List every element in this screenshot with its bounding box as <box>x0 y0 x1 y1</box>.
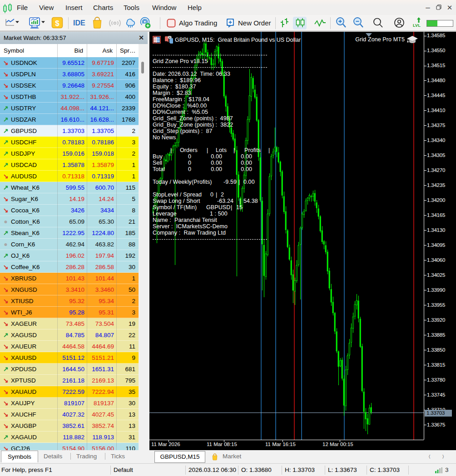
svg-text:$: $ <box>55 19 59 28</box>
